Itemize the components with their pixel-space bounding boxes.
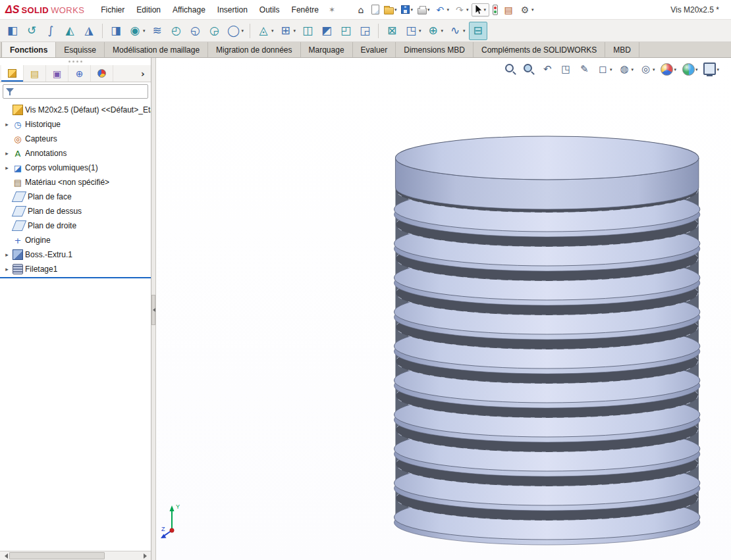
view-settings-button[interactable]: ▾ [702, 63, 720, 76]
undo-button[interactable]: ↶▾ [433, 3, 450, 17]
menu-fichier[interactable]: Fichier [95, 2, 130, 18]
tree-item-annotations[interactable]: ▸AAnnotations [0, 146, 151, 161]
lofted-cut-button[interactable]: ◶ [206, 22, 223, 39]
panel-grip[interactable] [0, 58, 151, 65]
ribbon-tab-evaluer[interactable]: Evaluer [353, 42, 396, 57]
print-dropdown-caret[interactable]: ▾ [427, 7, 430, 13]
panel-collapse-handle[interactable] [151, 295, 155, 325]
screw-3d-model[interactable] [156, 58, 731, 560]
panel-horizontal-scrollbar[interactable] [0, 551, 151, 560]
extruded-boss-button[interactable]: ◧ [4, 22, 21, 39]
expand-arrow-icon[interactable]: ▸ [3, 251, 11, 258]
3d-drawing-view-button[interactable]: ✎ [577, 62, 592, 77]
tree-item-boss-extru-1[interactable]: ▸Boss.-Extru.1 [0, 247, 151, 262]
display-style-button[interactable]: ◍▾ [616, 62, 635, 77]
tree-filter-input[interactable] [16, 88, 146, 95]
curves-dropdown-caret[interactable]: ▾ [463, 28, 466, 34]
revolved-boss-button[interactable]: ↺ [23, 22, 40, 39]
swept-cut-button[interactable]: ◵ [187, 22, 204, 39]
ribbon-tab-compl-ments-de-solidworks[interactable]: Compléments de SOLIDWORKS [474, 42, 605, 57]
hole-wizard-button[interactable]: ◉▾ [126, 22, 147, 39]
expand-arrow-icon[interactable]: ▸ [3, 165, 11, 171]
undo-dropdown-caret[interactable]: ▾ [447, 7, 449, 13]
featuremanager-tab[interactable] [1, 65, 24, 82]
redo-button[interactable]: ↷▾ [452, 3, 470, 17]
panel-splitter[interactable] [151, 58, 156, 560]
fillet-button[interactable]: ◬▾ [255, 22, 275, 39]
lofted-boss-button[interactable]: ◭ [61, 22, 78, 39]
redo-dropdown-caret[interactable]: ▾ [466, 7, 469, 13]
instant3d-button[interactable]: ⊟ [469, 22, 487, 40]
new-document-button[interactable] [370, 3, 381, 16]
fillet-dropdown-caret[interactable]: ▾ [271, 28, 274, 34]
options-dropdown-caret[interactable]: ▾ [531, 7, 534, 13]
pin-menu-button[interactable]: ✶ [325, 3, 339, 17]
revolved-cut-button[interactable]: ◴ [168, 22, 185, 39]
ribbon-tab-dimensions-mbd[interactable]: Dimensions MBD [396, 42, 474, 57]
linear-pattern-dropdown-caret[interactable]: ▾ [294, 28, 296, 34]
draft-button[interactable]: ◩ [318, 22, 335, 39]
ribbon-tab-migration-de-donn-es[interactable]: Migration de données [208, 42, 300, 57]
thread-button[interactable]: ≋ [149, 22, 166, 39]
menu-outils[interactable]: Outils [254, 2, 286, 18]
menu-fen-tre[interactable]: Fenêtre [286, 2, 325, 18]
expand-arrow-icon[interactable]: ▸ [3, 150, 11, 157]
expand-tabs-tab[interactable]: › [136, 65, 149, 82]
previous-view-button[interactable]: ↶ [540, 62, 555, 77]
file-properties-button[interactable]: ▤ [501, 3, 516, 17]
displaymanager-tab[interactable] [91, 65, 113, 82]
tree-item-historique[interactable]: ▸◷Historique [0, 117, 151, 132]
ribbon-tab-esquisse[interactable]: Esquisse [56, 42, 105, 57]
intersect-button[interactable]: ⊠ [383, 22, 400, 39]
mirror-dropdown-caret[interactable]: ▾ [419, 28, 421, 34]
zoom-area-button[interactable] [522, 62, 537, 77]
tree-item-plan-de-dessus[interactable]: Plan de dessus [0, 204, 151, 218]
hide-show-items-dropdown-caret[interactable]: ▾ [653, 67, 655, 72]
zoom-fit-button[interactable] [503, 62, 518, 77]
propertymanager-tab[interactable]: ▤ [24, 65, 46, 82]
display-style-dropdown-caret[interactable]: ▾ [631, 67, 634, 72]
extruded-cut-button[interactable]: ◨ [107, 22, 124, 39]
expand-arrow-icon[interactable]: ▸ [3, 266, 11, 272]
configurationmanager-tab[interactable]: ▣ [46, 65, 68, 82]
dimxpertmanager-tab[interactable]: ⊕ [68, 65, 91, 82]
scroll-left-button[interactable] [0, 551, 9, 560]
graphics-viewport[interactable]: ↶◳✎◻▾◍▾◎▾▾▾▾ Y Z [156, 58, 731, 560]
tree-item-capteurs[interactable]: ◎Capteurs [0, 132, 151, 146]
select-dropdown-caret[interactable]: ▾ [483, 7, 486, 13]
hole-wizard-dropdown-caret[interactable]: ▾ [143, 28, 146, 34]
ribbon-tab-marquage[interactable]: Marquage [301, 42, 353, 57]
tree-item-plan-de-face[interactable]: Plan de face [0, 190, 151, 204]
scroll-right-button[interactable] [142, 551, 151, 560]
design-checker-button[interactable] [491, 3, 499, 16]
menu-insertion[interactable]: Insertion [211, 2, 254, 18]
tree-item-plan-de-droite[interactable]: Plan de droite [0, 218, 151, 233]
section-view-button[interactable]: ◳ [558, 62, 574, 77]
options-button[interactable]: ⚙▾ [518, 3, 535, 17]
home-button[interactable]: ⌂ [354, 3, 368, 17]
rib-button[interactable]: ◫ [299, 22, 316, 39]
scrollbar-thumb[interactable] [9, 552, 105, 559]
apply-scene-button[interactable]: ▾ [681, 62, 699, 77]
ribbon-tab-fonctions[interactable]: Fonctions [1, 42, 56, 57]
boundary-cut-dropdown-caret[interactable]: ▾ [242, 28, 244, 34]
edit-appearance-button[interactable]: ▾ [659, 62, 678, 77]
scrollbar-track[interactable] [9, 552, 142, 559]
select-button[interactable]: ▾ [472, 3, 489, 16]
wrap-button[interactable]: ◲ [356, 22, 373, 39]
menu-edition[interactable]: Edition [130, 2, 167, 18]
ribbon-tab-mbd[interactable]: MBD [605, 42, 639, 57]
edit-appearance-dropdown-caret[interactable]: ▾ [674, 67, 676, 72]
tree-item-corps-volumiques-1[interactable]: ▸◪Corps volumiques(1) [0, 161, 151, 175]
reference-geometry-button[interactable]: ⊕▾ [425, 22, 445, 39]
view-orientation-button[interactable]: ◻▾ [595, 62, 614, 77]
rollback-bar[interactable] [0, 277, 151, 278]
print-button[interactable]: ▾ [416, 4, 431, 16]
swept-boss-button[interactable]: ∫ [42, 22, 59, 39]
view-orientation-dropdown-caret[interactable]: ▾ [610, 67, 612, 72]
open-document-button[interactable]: ▾ [383, 4, 398, 16]
hide-show-items-button[interactable]: ◎▾ [638, 62, 657, 77]
view-settings-dropdown-caret[interactable]: ▾ [717, 67, 719, 72]
open-document-dropdown-caret[interactable]: ▾ [394, 7, 397, 13]
save-dropdown-caret[interactable]: ▾ [410, 7, 413, 13]
